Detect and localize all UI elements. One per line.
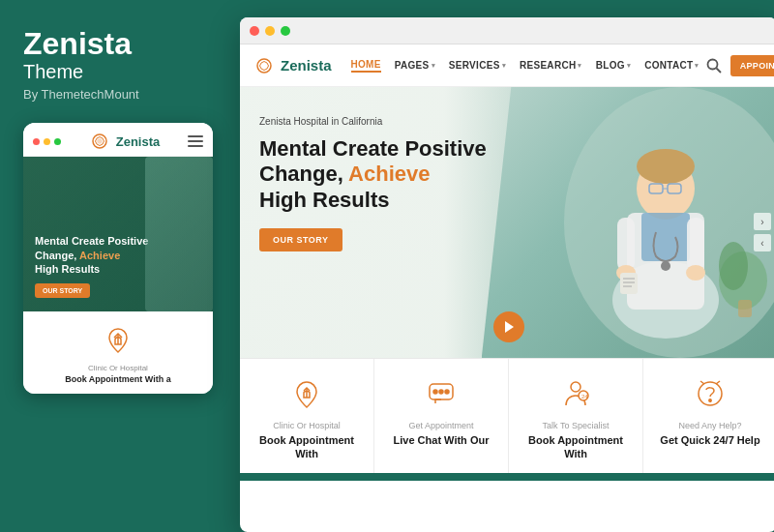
service-title-0: Book Appointment With	[248, 433, 366, 461]
mobile-hamburger-menu[interactable]	[188, 135, 203, 147]
service-title-1: Live Chat With Our	[394, 433, 490, 447]
service-title-3: Get Quick 24/7 Help	[660, 433, 759, 447]
nav-link-home[interactable]: HOME	[351, 59, 381, 73]
mobile-clinic-icon	[101, 323, 135, 358]
svg-point-29	[433, 390, 437, 394]
nav-link-services[interactable]: SERVICES ▾	[449, 60, 506, 71]
service-title-2: Book Appointment With	[517, 433, 635, 461]
brand-author: By ThemetechMount	[23, 87, 217, 102]
service-sub-2: Talk To Specialist	[543, 421, 610, 430]
mobile-our-story-btn[interactable]: OUR STORY	[35, 283, 90, 298]
svg-rect-19	[620, 273, 638, 294]
chrome-dot-yellow	[265, 26, 275, 36]
our-story-button[interactable]: OUR STORY	[259, 228, 342, 251]
svg-point-36	[709, 399, 711, 401]
service-sub-3: Need Any Help?	[678, 421, 741, 430]
slider-next-arrow[interactable]: ›	[754, 213, 771, 230]
mobile-service-sub: Clinic Or Hospital	[88, 364, 148, 372]
mobile-top-bar: Zenista	[23, 123, 213, 157]
svg-point-1	[98, 139, 102, 143]
left-panel: Zenista Theme By ThemetechMount Zenista	[0, 0, 240, 532]
nav-links: HOME PAGES ▾ SERVICES ▾ RESEARCH ▾ BLOG …	[351, 59, 700, 73]
mobile-dot-green	[54, 138, 61, 145]
browser-window: Zenista HOME PAGES ▾ SERVICES ▾ RESEARCH…	[240, 17, 774, 532]
play-video-button[interactable]	[493, 311, 524, 342]
search-icon[interactable]	[705, 57, 723, 74]
nav-link-blog[interactable]: BLOG ▾	[596, 60, 631, 71]
nav-link-pages[interactable]: PAGES ▾	[395, 60, 435, 71]
mobile-logo-text: Zenista	[116, 134, 161, 149]
svg-line-5	[716, 68, 721, 73]
mobile-hero-bg	[145, 157, 213, 311]
appointments-button[interactable]: APPOINTMENTS!	[730, 55, 774, 76]
chrome-dot-red	[250, 26, 259, 36]
svg-point-23	[686, 265, 705, 281]
svg-rect-14	[641, 213, 690, 261]
mobile-mockup: Zenista Mental Create Positive Change, A…	[23, 123, 213, 394]
svg-point-30	[439, 390, 443, 394]
hero-title-orange: Achieve	[348, 162, 430, 186]
svg-point-32	[571, 382, 580, 392]
teal-bottom-bar	[240, 473, 774, 481]
chrome-dot-green	[281, 26, 290, 36]
chat-icon	[422, 374, 461, 413]
mobile-hero: Mental Create Positive Change, Achieve H…	[23, 157, 213, 311]
svg-point-31	[445, 390, 449, 394]
svg-text:24: 24	[581, 394, 588, 399]
service-sub-1: Get Appointment	[408, 421, 473, 430]
clinic-icon	[287, 374, 326, 413]
service-sub-0: Clinic Or Hospital	[273, 421, 341, 430]
mobile-window-dots	[33, 138, 61, 145]
play-triangle-icon	[505, 321, 514, 333]
hero-content: Zenista Hospital in California Mental Cr…	[259, 116, 511, 251]
site-logo: Zenista	[253, 55, 332, 76]
svg-point-25	[719, 242, 748, 290]
mobile-brain-icon	[89, 131, 110, 152]
specialist-icon: 24	[556, 374, 595, 413]
nav-logo-text: Zenista	[281, 57, 332, 74]
browser-chrome-bar	[240, 17, 774, 44]
service-card-3: Need Any Help? Get Quick 24/7 Help	[643, 359, 774, 473]
brand-title: Zenista	[23, 27, 217, 61]
slider-prev-arrow[interactable]: ‹	[754, 234, 771, 251]
mobile-service-title: Book Appointment With a	[65, 374, 171, 386]
service-card-2: 24 Talk To Specialist Book Appointment W…	[509, 359, 643, 473]
hero-location-tag: Zenista Hospital in California	[259, 116, 511, 127]
svg-rect-17	[687, 218, 704, 271]
service-card-1: Get Appointment Live Chat With Our	[374, 359, 509, 473]
service-card-0: Clinic Or Hospital Book Appointment With	[240, 359, 374, 473]
hero-title: Mental Create Positive Change, Achieve H…	[259, 136, 511, 213]
brand-subtitle: Theme	[23, 61, 217, 83]
svg-point-4	[707, 59, 717, 69]
hero-section: Zenista Hospital in California Mental Cr…	[240, 87, 774, 358]
svg-point-10	[637, 149, 695, 184]
hero-doctor-image	[482, 87, 774, 358]
brain-logo-icon	[253, 55, 275, 76]
nav-link-contact[interactable]: CONTACT ▾	[644, 60, 700, 71]
mobile-dot-red	[33, 138, 40, 145]
svg-rect-26	[738, 300, 752, 317]
mobile-dot-yellow	[44, 138, 50, 145]
svg-point-15	[661, 261, 670, 271]
site-nav: Zenista HOME PAGES ▾ SERVICES ▾ RESEARCH…	[240, 44, 774, 87]
service-cards: Clinic Or Hospital Book Appointment With…	[240, 358, 774, 473]
help-icon	[691, 374, 729, 413]
svg-rect-16	[617, 218, 635, 271]
nav-link-research[interactable]: RESEARCH ▾	[520, 60, 582, 71]
mobile-bottom-section: Clinic Or Hospital Book Appointment With…	[23, 311, 213, 394]
mobile-logo: Zenista	[89, 131, 161, 152]
